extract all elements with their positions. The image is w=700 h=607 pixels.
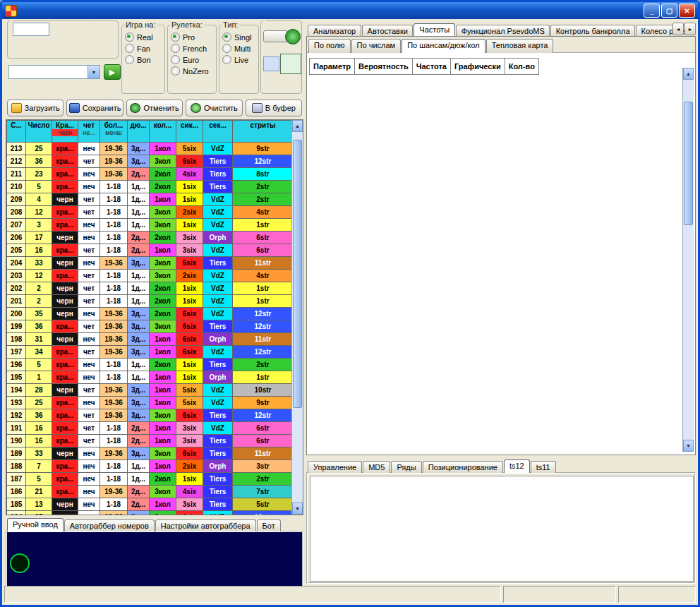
bottom-left-tab-0[interactable]: Ручной ввод [7, 518, 64, 531]
sixline-cell: 1six [176, 473, 203, 486]
radio-french[interactable]: French [171, 44, 213, 53]
spin-cell: 199 [7, 320, 26, 333]
right-tab-4[interactable]: Контроль банкролла [550, 25, 635, 36]
board-number-0[interactable] [10, 553, 30, 573]
street-cell: 5str [233, 498, 294, 511]
range-cell: 1-18 [100, 460, 128, 473]
tab-scroll-left-button[interactable]: ◄ [672, 23, 684, 35]
toolbar-label: Загрузить [25, 104, 60, 112]
radio-label: Singl [234, 33, 251, 42]
radio-label: Pro [183, 33, 195, 42]
history-table-wrap: С... Число Кра...Чернчетне...бол...меншд… [6, 119, 303, 515]
toolbar-label: Сохранить [83, 104, 121, 112]
group-game_on-title: Игра на: [124, 20, 157, 29]
parity-cell: неч [78, 143, 100, 155]
undo-icon [130, 103, 140, 113]
street-cell: 1str [233, 371, 294, 384]
master-shortcut-select[interactable]: ▼ [8, 65, 100, 79]
undo-button[interactable]: Отменить [126, 100, 183, 116]
radio-live[interactable]: Live [222, 55, 255, 64]
dozen-cell: 3д... [128, 143, 150, 155]
radio-singl[interactable]: Singl [222, 32, 255, 42]
range-cell: 1-18 [100, 295, 128, 308]
maximize-button[interactable]: ▢ [661, 4, 677, 18]
right-tab-0[interactable]: Анализатор [308, 25, 361, 36]
radio-fan[interactable]: Fan [125, 44, 162, 53]
save-button[interactable]: Сохранить [66, 100, 123, 116]
history-row: 19734кра...чет19-363д...1кол6sixVdZ12str [7, 346, 294, 359]
bottom-right-tab-2[interactable]: Ряды [391, 461, 421, 473]
column-cell: 3кол [150, 270, 176, 282]
radio-multi[interactable]: Multi [222, 44, 255, 53]
dozen-cell: 3д... [128, 409, 150, 422]
radio-real[interactable]: Real [125, 32, 162, 42]
dozen-cell: 2д... [128, 435, 150, 447]
chevron-down-icon[interactable]: ▼ [88, 66, 99, 78]
status-message [4, 586, 501, 603]
freq-header-0: Параметр [310, 59, 355, 75]
history-row: 19831черннеч19-363д...1кол6sixOrph11str [7, 333, 294, 346]
bottom-right-tab-3[interactable]: Позиционирование [423, 461, 503, 473]
radio-bon[interactable]: Bon [125, 55, 162, 64]
right-tab-2[interactable]: Частоты [414, 23, 454, 36]
scroll-thumb[interactable] [684, 102, 693, 225]
scroll-track[interactable] [683, 80, 694, 440]
tab-scroll-right-button[interactable]: ► [684, 23, 696, 35]
sixline-cell: 2six [176, 206, 203, 219]
history-row: 21325кра...неч19-363д...1кол5sixVdZ9str [7, 143, 294, 155]
radio-euro[interactable]: Euro [171, 55, 213, 64]
history-row: 1965кра...неч1-181д...2кол1sixTiers2str [7, 359, 294, 371]
street-cell: 9str [233, 397, 294, 409]
sub-tab-2[interactable]: По шансам/дюж/кол [402, 39, 485, 53]
scroll-up-icon[interactable]: ▲ [292, 120, 303, 132]
scroll-thumb[interactable] [293, 140, 302, 408]
color-cell: черн [52, 333, 78, 346]
scroll-down-icon[interactable]: ▼ [683, 440, 694, 452]
column-cell: 1кол [150, 384, 176, 397]
sixline-cell: 4six [176, 168, 203, 181]
spin-cell: 207 [7, 219, 26, 232]
bottom-right-tab-0[interactable]: Управление [308, 461, 362, 473]
bottom-left-tab-1[interactable]: Автограббер номеров [64, 519, 155, 531]
clear-button[interactable]: Очистить [186, 100, 242, 116]
frequencies-scrollbar[interactable]: ▲ ▼ [682, 68, 694, 452]
right-tab-3[interactable]: Функционал PsevdoMS [456, 25, 550, 36]
load-button[interactable]: Загрузить [7, 100, 64, 116]
group-game_on: Игра на:RealFanBon [121, 20, 165, 94]
bottom-left-tab-3[interactable]: Бот [257, 519, 281, 531]
radio-nozero[interactable]: NoZero [171, 66, 213, 76]
parity-cell: чет [78, 206, 100, 219]
bottom-right-tab-4[interactable]: ts12 [504, 459, 530, 473]
dozen-cell: 3д... [128, 346, 150, 359]
close-button[interactable]: ✕ [679, 4, 695, 18]
dozen-cell: 3д... [128, 447, 150, 460]
scroll-up-icon[interactable]: ▲ [683, 68, 694, 80]
color-cell: кра... [52, 155, 78, 168]
new-shift-button[interactable] [263, 30, 288, 42]
sub-tab-3[interactable]: Тепловая карта [486, 39, 554, 53]
sector-cell: Tiers [203, 320, 233, 333]
bottom-left-tab-2[interactable]: Настройки автограббера [155, 519, 256, 531]
history-row: 2073кра...неч1-181д...3кол1sixVdZ1str [7, 219, 294, 232]
history-row: 1887кра...неч1-181д...1кол2sixOrph3str [7, 460, 294, 473]
bottom-right-tab-5[interactable]: ts11 [531, 461, 556, 473]
start-sum-input[interactable] [13, 23, 49, 36]
color-cell: кра... [52, 320, 78, 333]
copy-buffer-button[interactable]: В буфер [246, 100, 302, 116]
scroll-track[interactable] [292, 132, 303, 503]
right-tab-1[interactable]: Автоставки [362, 25, 414, 36]
color-cell: кра... [52, 219, 78, 232]
street-cell: 12str [233, 155, 294, 168]
sub-tab-1[interactable]: По числам [351, 39, 402, 53]
minimize-button[interactable]: _ [644, 4, 660, 18]
number-cell: 7 [26, 460, 52, 473]
scroll-down-icon[interactable]: ▼ [292, 503, 303, 515]
play-button[interactable]: ▶ [104, 64, 121, 80]
dozen-cell: 1д... [128, 282, 150, 295]
history-scrollbar[interactable]: ▲ ▼ [291, 120, 303, 515]
sub-tab-0[interactable]: По полю [308, 39, 351, 53]
radio-pro[interactable]: Pro [171, 32, 213, 42]
bottom-right-tab-1[interactable]: MD5 [363, 461, 390, 473]
sector-cell: VdZ [203, 270, 233, 282]
radio-label: Bon [137, 56, 151, 64]
